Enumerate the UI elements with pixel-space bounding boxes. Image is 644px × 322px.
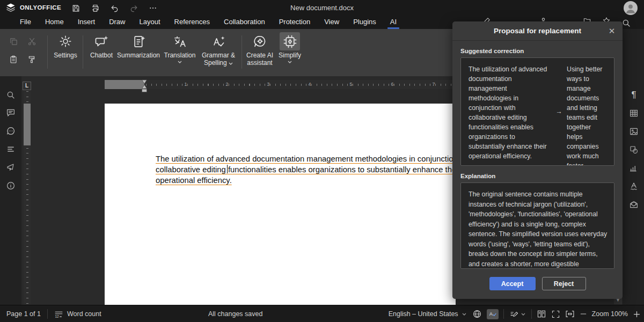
word-count-icon: 12	[54, 310, 63, 318]
zoom-level[interactable]: Zoom 100%	[592, 310, 628, 318]
tab-references[interactable]: References	[167, 16, 217, 29]
document-page[interactable]: The utilization of advanced documentatio…	[105, 104, 456, 305]
fit-page-icon[interactable]	[551, 310, 560, 319]
tab-protection[interactable]: Protection	[272, 16, 318, 29]
explanation-box[interactable]: The original sentence contains multiple …	[460, 182, 614, 269]
copy-button[interactable]	[8, 35, 19, 47]
summarization-button[interactable]: Summarization	[117, 32, 160, 73]
language-selector[interactable]: English – United States	[387, 305, 467, 322]
tab-draw[interactable]: Draw	[102, 16, 132, 29]
shape-settings-icon[interactable]	[628, 144, 640, 156]
translation-button[interactable]: Translation	[163, 32, 197, 73]
track-changes-icon	[510, 310, 519, 319]
tab-home[interactable]: Home	[38, 16, 71, 29]
gear-icon	[55, 32, 76, 50]
replacement-arrow-icon: →	[551, 64, 567, 159]
text-art-settings-icon[interactable]	[628, 180, 640, 192]
tab-layout[interactable]: Layout	[133, 16, 167, 29]
toolbar-divider	[47, 35, 48, 69]
proposal-dialog: Proposal for replacement ✕ Suggested cor…	[452, 21, 623, 299]
dialog-title: Proposal for replacement	[494, 27, 581, 35]
paragraph-settings-icon[interactable]: ¶	[628, 89, 640, 101]
chevron-down-icon	[462, 313, 466, 316]
original-text: The utilization of advanced documentatio…	[469, 64, 551, 159]
comments-panel-icon[interactable]	[5, 107, 17, 119]
image-settings-icon[interactable]	[628, 126, 640, 137]
navigation-panel-icon[interactable]	[5, 143, 17, 155]
cut-button[interactable]	[26, 35, 38, 47]
dialog-header[interactable]: Proposal for replacement ✕	[452, 21, 623, 41]
feedback-support-icon[interactable]	[5, 162, 17, 173]
search-panel-icon[interactable]	[5, 89, 17, 101]
track-changes-toggle[interactable]	[509, 305, 526, 322]
svg-text:12: 12	[55, 314, 59, 318]
close-icon[interactable]: ✕	[607, 26, 617, 36]
translation-icon	[170, 32, 190, 50]
status-bar: Page 1 of 1 12 Word count All changes sa…	[0, 305, 644, 322]
create-ai-assistant-button[interactable]: Create AI assistant	[245, 32, 275, 73]
copy-style-button[interactable]	[26, 54, 38, 65]
reject-button[interactable]: Reject	[542, 277, 586, 290]
fit-width-icon[interactable]	[565, 310, 575, 318]
zoom-in-icon[interactable]	[633, 310, 641, 318]
chevron-down-icon	[178, 61, 182, 63]
page-number-indicator[interactable]: Page 1 of 1	[0, 305, 47, 322]
toolbar-divider	[241, 35, 242, 69]
explanation-label: Explanation	[460, 173, 614, 179]
tab-plugins[interactable]: Plugins	[346, 16, 383, 29]
mail-merge-icon[interactable]	[628, 199, 640, 210]
accept-button[interactable]: Accept	[489, 277, 536, 290]
about-info-icon[interactable]	[5, 180, 17, 192]
document-text-line: collaborative editing functionalities en…	[156, 165, 456, 174]
word-count-button[interactable]: 12 Word count	[48, 305, 108, 322]
tab-insert[interactable]: Insert	[71, 16, 103, 29]
svg-text:A: A	[489, 311, 493, 317]
grammar-spelling-icon	[208, 32, 229, 50]
spell-check-toggle[interactable]: A	[487, 309, 499, 319]
indent-markers[interactable]	[141, 79, 148, 93]
chatbot-icon	[91, 32, 112, 50]
chart-settings-icon[interactable]	[628, 162, 640, 174]
ai-assistant-icon	[250, 32, 270, 50]
save-status: All changes saved	[208, 305, 262, 322]
chat-panel-icon[interactable]	[5, 125, 17, 137]
tab-view[interactable]: View	[317, 16, 346, 29]
table-settings-icon[interactable]	[628, 107, 640, 119]
horizontal-ruler[interactable]: 1 2 3 4 5 6 7	[105, 80, 456, 89]
tab-stop-selector[interactable]: L	[23, 82, 31, 90]
chevron-down-icon	[521, 313, 525, 316]
two-page-view-icon[interactable]	[537, 310, 546, 318]
zoom-out-icon[interactable]	[580, 310, 587, 318]
document-text-line: operational efficiency.	[156, 176, 232, 185]
document-title: New document.docx	[0, 4, 644, 12]
vertical-ruler[interactable]	[24, 91, 31, 305]
chatbot-button[interactable]: Chatbot	[87, 32, 116, 73]
tab-ai[interactable]: AI	[383, 16, 404, 29]
grammar-spelling-button[interactable]: Grammar & Spelling	[200, 32, 237, 73]
summarization-icon	[128, 32, 149, 50]
account-avatar[interactable]	[624, 1, 638, 15]
toolbar-divider	[83, 35, 83, 69]
ai-settings-button[interactable]: Settings	[52, 32, 79, 73]
tab-file[interactable]: File	[13, 16, 38, 29]
tab-collaboration[interactable]: Collaboration	[217, 16, 272, 29]
text-cursor	[227, 165, 228, 173]
search-icon[interactable]	[621, 18, 631, 28]
suggested-correction-label: Suggested correction	[460, 48, 614, 54]
document-text-line: The utilization of advanced documentatio…	[156, 155, 456, 163]
suggested-text: Using better ways to manage documents an…	[567, 64, 609, 159]
suggested-correction-box[interactable]: The utilization of advanced documentatio…	[460, 57, 614, 166]
chevron-down-icon	[229, 62, 233, 65]
simplify-icon	[280, 32, 300, 50]
chevron-down-icon	[288, 61, 292, 63]
explanation-text: The original sentence contains multiple …	[469, 191, 607, 269]
set-language-globe-icon[interactable]	[472, 309, 482, 319]
topbar: ONLYOFFICE	[0, 0, 644, 16]
simplify-button[interactable]: Simplify	[276, 32, 304, 73]
paste-button[interactable]	[8, 54, 19, 65]
